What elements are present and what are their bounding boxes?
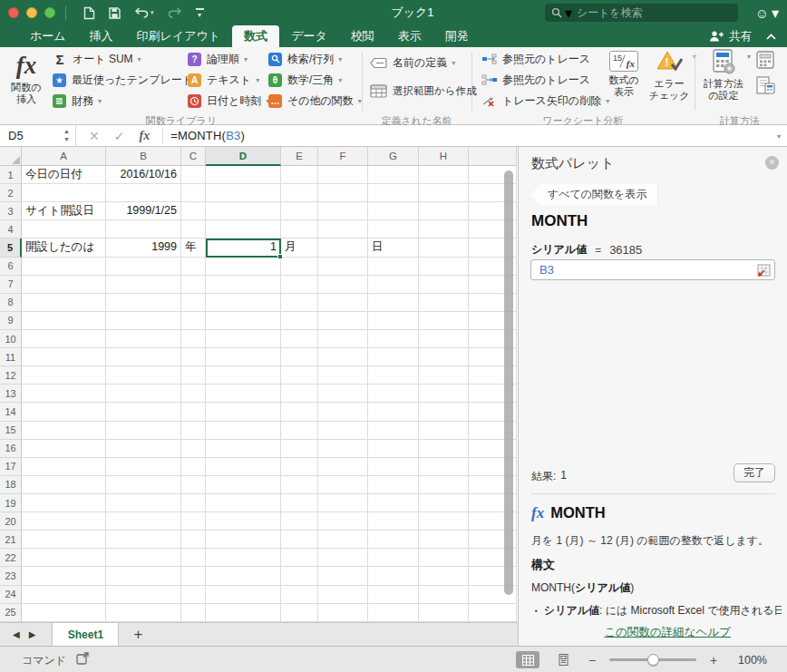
cell-D5[interactable]: 1 — [206, 239, 281, 257]
minimize-window-button[interactable] — [26, 7, 37, 18]
name-box-stepper[interactable]: ▲ ▼ — [63, 127, 70, 143]
cell-C14[interactable] — [181, 403, 206, 421]
date-time-button[interactable]: 日付と時刻 ▾ — [188, 92, 269, 110]
collapse-dialog-icon[interactable] — [756, 264, 771, 277]
column-header-H[interactable]: H — [419, 147, 469, 166]
cell-G18[interactable] — [368, 476, 419, 494]
cell-C8[interactable] — [181, 294, 206, 312]
cell-A7[interactable] — [22, 276, 106, 294]
cell-C24[interactable] — [181, 586, 206, 604]
search-scope-caret-icon[interactable]: ▾ — [565, 5, 572, 22]
cell-A2[interactable] — [22, 184, 106, 202]
formula-bar-expand-icon[interactable]: ▾ — [777, 132, 781, 141]
cell-E17[interactable] — [281, 458, 318, 476]
cell-H1[interactable] — [419, 166, 469, 184]
cell-F20[interactable] — [318, 512, 368, 531]
cell-D15[interactable] — [206, 422, 281, 440]
cell-H18[interactable] — [419, 476, 469, 494]
trace-dependents-button[interactable]: 参照先のトレース — [481, 71, 590, 89]
cell-E3[interactable] — [281, 202, 318, 220]
cell-G13[interactable] — [368, 385, 419, 403]
zoom-slider[interactable] — [609, 658, 696, 661]
cell-A17[interactable] — [22, 458, 106, 476]
formula-input[interactable]: =MONTH(B3) — [163, 129, 245, 142]
cell-H7[interactable] — [419, 276, 469, 294]
cell-E19[interactable] — [281, 494, 318, 512]
cell-H12[interactable] — [419, 366, 469, 385]
show-all-functions-button[interactable]: すべての関数を表示 — [530, 184, 657, 205]
cell-B9[interactable] — [106, 312, 181, 330]
cell-C23[interactable] — [181, 567, 206, 585]
cell-C1[interactable] — [181, 166, 206, 184]
cell-B16[interactable] — [106, 440, 181, 458]
cell-C2[interactable] — [181, 184, 206, 202]
cell-F17[interactable] — [318, 458, 368, 476]
cell-E5[interactable]: 月 — [281, 239, 318, 257]
add-sheet-button[interactable]: + — [133, 626, 142, 644]
row-header-22[interactable]: 22 — [0, 549, 22, 567]
cell-C3[interactable] — [181, 202, 206, 220]
cell-E12[interactable] — [281, 366, 318, 385]
financial-button[interactable]: 財務 ▾ — [53, 92, 102, 110]
close-window-button[interactable] — [8, 7, 19, 18]
cell-A20[interactable] — [22, 512, 106, 531]
vertical-scrollbar[interactable] — [504, 170, 513, 595]
cell-G14[interactable] — [368, 403, 419, 421]
cell-A11[interactable] — [22, 348, 106, 366]
row-header-19[interactable]: 19 — [0, 494, 22, 512]
cell-A9[interactable] — [22, 312, 106, 330]
cell-A14[interactable] — [22, 403, 106, 421]
cell-H3[interactable] — [419, 202, 469, 220]
cell-B13[interactable] — [106, 385, 181, 403]
cell-D4[interactable] — [206, 220, 281, 239]
cell-A21[interactable] — [22, 531, 106, 549]
confirm-entry-icon[interactable]: ✓ — [114, 129, 125, 143]
feedback-smiley-icon[interactable]: ☺ — [755, 5, 769, 22]
cell-A15[interactable] — [22, 422, 106, 440]
cell-G17[interactable] — [368, 458, 419, 476]
cell-partial[interactable] — [469, 604, 517, 622]
cell-H9[interactable] — [419, 312, 469, 330]
cell-F5[interactable] — [318, 239, 368, 257]
row-header-18[interactable]: 18 — [0, 476, 22, 494]
column-header-F[interactable]: F — [318, 147, 368, 166]
cell-F24[interactable] — [318, 586, 368, 604]
cell-F11[interactable] — [318, 348, 368, 366]
cell-D11[interactable] — [206, 348, 281, 366]
cell-H25[interactable] — [419, 604, 469, 622]
cell-E16[interactable] — [281, 440, 318, 458]
cell-A6[interactable] — [22, 258, 106, 276]
ribbon-tab-6[interactable]: 表示 — [386, 25, 433, 47]
cell-A19[interactable] — [22, 494, 106, 512]
cell-G10[interactable] — [368, 330, 419, 348]
cell-B17[interactable] — [106, 458, 181, 476]
cell-F7[interactable] — [318, 276, 368, 294]
cell-F16[interactable] — [318, 440, 368, 458]
cell-D13[interactable] — [206, 385, 281, 403]
cell-D14[interactable] — [206, 403, 281, 421]
cell-A1[interactable]: 今日の日付 — [22, 166, 106, 184]
cell-G6[interactable] — [368, 258, 419, 276]
sheet-tab-sheet1[interactable]: Sheet1 — [52, 623, 119, 647]
cell-G7[interactable] — [368, 276, 419, 294]
cell-A13[interactable] — [22, 385, 106, 403]
cell-G15[interactable] — [368, 422, 419, 440]
calculate-sheet-button[interactable] — [755, 76, 775, 94]
show-formulas-button[interactable]: 15fx 数式の 表示 — [600, 47, 647, 98]
cell-A5[interactable]: 開設したのは — [22, 239, 106, 257]
more-functions-button[interactable]: … その他の関数 ▾ — [268, 92, 362, 110]
cell-B18[interactable] — [106, 476, 181, 494]
cell-B22[interactable] — [106, 549, 181, 567]
new-workbook-button[interactable] — [83, 6, 95, 20]
cell-H4[interactable] — [419, 220, 469, 239]
cell-B4[interactable] — [106, 220, 181, 239]
cell-G9[interactable] — [368, 312, 419, 330]
insert-function-button[interactable]: fx 関数の 挿入 — [4, 51, 49, 105]
zoom-slider-thumb[interactable] — [647, 654, 659, 666]
cell-H19[interactable] — [419, 494, 469, 512]
math-trig-button[interactable]: θ 数学/三角 ▾ — [268, 71, 342, 89]
cell-E14[interactable] — [281, 403, 318, 421]
row-header-21[interactable]: 21 — [0, 531, 22, 549]
argument-input[interactable] — [538, 262, 756, 278]
row-header-13[interactable]: 13 — [0, 385, 22, 403]
